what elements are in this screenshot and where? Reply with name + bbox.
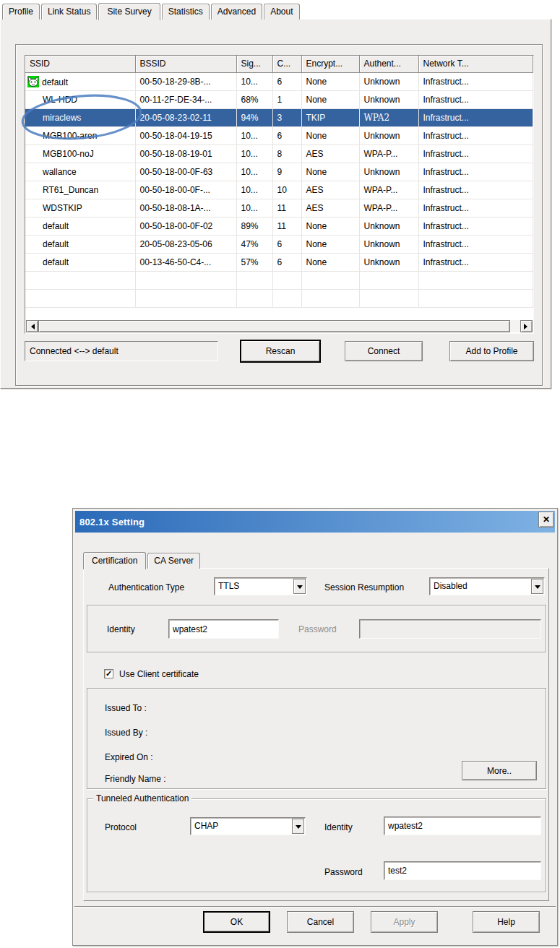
add-to-profile-button[interactable]: Add to Profile xyxy=(449,341,534,361)
session-resumption-dropdown[interactable]: Disabled xyxy=(429,577,545,595)
cell-authentication: WPA-P... xyxy=(359,145,418,163)
network-row[interactable]: RT61_Duncan00-50-18-00-0F-...10...10AESW… xyxy=(25,181,533,199)
checkmark-icon: ✓ xyxy=(105,670,112,678)
cell-ssid: default xyxy=(25,235,135,253)
more-button[interactable]: More.. xyxy=(462,761,537,780)
scroll-left-icon xyxy=(28,324,35,329)
survey-footer: Connected <--> default RescanConnectAdd … xyxy=(25,340,535,369)
cell-ssid: wallance xyxy=(25,163,135,181)
cell-bssid: 00-50-18-00-0F-... xyxy=(135,181,236,199)
close-icon: ✕ xyxy=(543,514,550,525)
protocol-dropdown[interactable]: CHAP xyxy=(190,817,306,835)
ok-button[interactable]: OK xyxy=(203,911,270,933)
tab-statistics[interactable]: Statistics xyxy=(162,4,210,20)
network-row[interactable]: MGB100-aren00-50-18-04-19-1510...6NoneUn… xyxy=(25,126,533,145)
identity-input[interactable] xyxy=(168,619,279,639)
apply-button: Apply xyxy=(371,911,438,933)
close-button[interactable]: ✕ xyxy=(538,512,554,527)
chevron-down-icon xyxy=(535,585,540,592)
cell-encryption: None xyxy=(301,126,359,145)
cell-authentication: Unknown xyxy=(359,72,418,90)
cell-network_type: Infrastruct... xyxy=(418,217,533,235)
scroll-right-button[interactable] xyxy=(520,320,533,332)
cell-bssid: 00-50-18-00-0F-63 xyxy=(135,163,236,181)
main-tab-bar: ProfileLink StatusSite SurveyStatisticsA… xyxy=(2,1,301,20)
dialog-tab-certification[interactable]: Certification xyxy=(83,552,146,569)
cancel-button[interactable]: Cancel xyxy=(287,911,354,933)
column-header-c-[interactable]: C... xyxy=(272,56,301,72)
tunnel-password-input[interactable] xyxy=(384,861,541,880)
cell-network_type: Infrastruct... xyxy=(418,126,533,145)
connected-station-icon xyxy=(27,76,39,87)
column-header-ssid[interactable]: SSID xyxy=(25,56,135,72)
scrollbar-thumb[interactable] xyxy=(38,320,510,332)
cell-authentication: Unknown xyxy=(359,217,418,235)
friendly-name-label: Friendly Name : xyxy=(105,774,166,784)
tab-about[interactable]: About xyxy=(264,4,299,20)
scroll-left-button[interactable] xyxy=(26,320,38,332)
cell-signal: 10... xyxy=(236,163,272,181)
cell-channel: 3 xyxy=(272,108,301,126)
cell-channel: 11 xyxy=(272,217,301,235)
cell-network_type: Infrastruct... xyxy=(418,181,533,199)
cell-signal: 10... xyxy=(236,145,272,163)
cell-ssid: WL-HDD xyxy=(25,90,135,108)
session-resumption-dropdown-button[interactable] xyxy=(531,579,543,594)
chevron-down-icon xyxy=(296,825,301,832)
cell-authentication: WPA-P... xyxy=(359,181,418,199)
connect-button[interactable]: Connect xyxy=(345,341,423,361)
cell-signal: 94% xyxy=(236,108,272,126)
issued-to-label: Issued To : xyxy=(105,703,147,713)
dialog-titlebar[interactable]: 802.1x Setting xyxy=(75,511,555,533)
cell-network_type: Infrastruct... xyxy=(418,235,533,253)
issued-by-label: Issued By : xyxy=(105,728,147,738)
network-row[interactable]: default00-50-18-29-8B-...10...6NoneUnkno… xyxy=(25,72,533,90)
network-row[interactable]: default00-50-18-00-0F-0289%11NoneUnknown… xyxy=(25,217,533,235)
network-table-header-row: SSIDBSSIDSig...C...Encrypt...Authent...N… xyxy=(25,56,533,72)
tunneled-authentication-group: Tunneled Authentication Protocol CHAP Id… xyxy=(87,798,546,892)
column-header-network-t-[interactable]: Network T... xyxy=(418,56,533,72)
protocol-dropdown-button[interactable] xyxy=(292,819,304,834)
network-table-body: default00-50-18-29-8B-...10...6NoneUnkno… xyxy=(25,72,533,307)
network-row[interactable]: miraclews20-05-08-23-02-1194%3TKIPWPA2In… xyxy=(25,108,533,126)
auth-type-dropdown[interactable]: TTLS xyxy=(214,577,307,595)
cell-ssid: MGB100-aren xyxy=(25,126,135,145)
tunnel-identity-input[interactable] xyxy=(384,816,541,835)
tab-link-status[interactable]: Link Status xyxy=(41,4,97,20)
cell-bssid: 00-50-18-04-19-15 xyxy=(135,126,236,145)
use-client-certificate-checkbox[interactable]: ✓ xyxy=(104,669,113,678)
cell-ssid: default xyxy=(25,72,135,90)
column-header-sig-[interactable]: Sig... xyxy=(236,56,272,72)
network-row[interactable]: MGB100-noJ00-50-18-08-19-0110...8AESWPA-… xyxy=(25,145,533,163)
session-resumption-label: Session Resumption xyxy=(324,582,404,592)
certificate-info-group: Issued To : Issued By : Expired On : Fri… xyxy=(87,688,546,789)
help-button[interactable]: Help xyxy=(473,911,540,933)
network-row[interactable]: WDSTKIP00-50-18-08-1A-...10...11AESWPA-P… xyxy=(25,199,533,217)
cell-ssid: miraclews xyxy=(25,108,135,126)
tab-advanced[interactable]: Advanced xyxy=(211,4,262,20)
network-row[interactable]: default20-05-08-23-05-0647%6NoneUnknownI… xyxy=(25,235,533,253)
column-header-encrypt-[interactable]: Encrypt... xyxy=(301,56,359,72)
column-header-bssid[interactable]: BSSID xyxy=(135,56,236,72)
horizontal-scrollbar[interactable] xyxy=(26,320,533,332)
network-row[interactable]: WL-HDD00-11-2F-DE-34-...68%1NoneUnknownI… xyxy=(25,90,533,108)
dialog-tab-ca-server[interactable]: CA Server xyxy=(147,553,200,569)
network-table: SSIDBSSIDSig...C...Encrypt...Authent...N… xyxy=(25,56,533,308)
cell-authentication: Unknown xyxy=(359,163,418,181)
cell-channel: 6 xyxy=(272,72,301,90)
network-row[interactable]: wallance00-50-18-00-0F-6310...9NoneUnkno… xyxy=(25,163,533,181)
empty-row xyxy=(25,289,533,307)
connection-status-text: Connected <--> default xyxy=(30,346,119,356)
tab-profile[interactable]: Profile xyxy=(2,4,40,20)
cell-channel: 10 xyxy=(272,181,301,199)
tab-site-survey[interactable]: Site Survey xyxy=(98,3,160,20)
tunneled-authentication-title: Tunneled Authentication xyxy=(93,793,191,803)
column-header-authent-[interactable]: Authent... xyxy=(359,56,418,72)
cell-channel: 6 xyxy=(272,126,301,145)
network-row[interactable]: default00-13-46-50-C4-...57%6NoneUnknown… xyxy=(25,253,533,271)
dialog-title: 802.1x Setting xyxy=(75,517,145,527)
auth-type-dropdown-button[interactable] xyxy=(293,579,306,594)
rescan-button[interactable]: Rescan xyxy=(240,340,321,363)
cell-network_type: Infrastruct... xyxy=(418,72,533,90)
dialog-tab-bar: CertificationCA Server xyxy=(83,550,202,569)
